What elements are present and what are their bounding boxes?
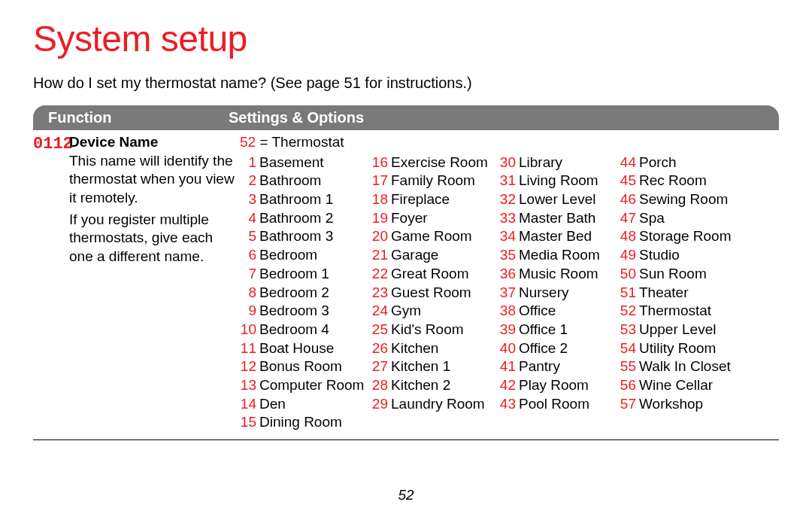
option-name: Laundry Room (391, 395, 485, 414)
header-options: Settings & Options (229, 109, 779, 126)
option-item: 14Den (240, 395, 371, 414)
option-item: 23Guest Room (371, 284, 499, 303)
option-name: Wine Cellar (639, 376, 713, 395)
option-item: 18Fireplace (371, 190, 499, 209)
option-number: 9 (240, 302, 259, 321)
default-option-label: Thermostat (271, 134, 344, 150)
option-item: 12Bonus Room (240, 357, 371, 376)
option-number: 33 (499, 209, 519, 228)
options-subcolumn: 44Porch45Rec Room46Sewing Room47Spa48Sto… (620, 154, 779, 432)
option-name: Spa (639, 209, 665, 228)
option-number: 37 (499, 284, 519, 303)
option-number: 44 (620, 154, 639, 172)
option-number: 11 (240, 339, 259, 358)
option-item: 9Bedroom 3 (240, 302, 371, 321)
option-item: 3Bathroom 1 (240, 190, 371, 209)
option-item: 15Dining Room (240, 413, 371, 432)
option-number: 19 (371, 209, 391, 228)
option-number: 43 (499, 395, 519, 414)
option-item: 54Utility Room (620, 339, 779, 358)
option-number: 14 (240, 395, 259, 414)
option-item: 34Master Bed (499, 227, 620, 246)
option-item: 41Pantry (499, 357, 620, 376)
option-number: 38 (499, 302, 519, 321)
option-name: Pool Room (519, 395, 589, 414)
option-name: Kitchen (391, 339, 438, 358)
option-item: 46Sewing Room (620, 190, 779, 209)
option-name: Theater (639, 284, 688, 303)
option-name: Family Room (391, 172, 475, 190)
option-item: 8Bedroom 2 (240, 284, 371, 303)
option-item: 48Storage Room (620, 227, 779, 246)
option-item: 17Family Room (371, 172, 499, 190)
page-title: System setup (33, 18, 779, 59)
option-name: Utility Room (639, 339, 716, 358)
page-number: 52 (0, 487, 812, 503)
option-name: Game Room (391, 227, 472, 246)
option-item: 24Gym (371, 302, 499, 321)
option-number: 7 (240, 265, 259, 284)
option-number: 41 (499, 357, 519, 376)
option-number: 13 (240, 376, 259, 395)
option-item: 52Thermostat (620, 302, 779, 321)
option-number: 27 (371, 357, 391, 376)
option-item: 28Kitchen 2 (371, 376, 499, 395)
option-number: 45 (620, 172, 639, 190)
option-name: Kitchen 2 (391, 376, 450, 395)
option-item: 55Walk In Closet (620, 357, 779, 376)
option-item: 22Great Room (371, 265, 499, 284)
option-item: 30Library (499, 154, 620, 172)
option-name: Media Room (519, 246, 600, 265)
option-item: 16Exercise Room (371, 154, 499, 172)
option-item: 20Game Room (371, 227, 499, 246)
option-item: 44Porch (620, 154, 779, 172)
option-number: 55 (620, 357, 639, 376)
option-name: Kitchen 1 (391, 357, 450, 376)
option-number: 29 (371, 395, 391, 414)
option-name: Bonus Room (259, 357, 342, 376)
option-number: 4 (240, 209, 259, 228)
option-item: 27Kitchen 1 (371, 357, 499, 376)
option-item: 39Office 1 (499, 321, 620, 339)
option-number: 34 (499, 227, 519, 246)
option-item: 37Nursery (499, 284, 620, 303)
option-item: 49Studio (620, 246, 779, 265)
option-name: Bedroom 2 (259, 284, 329, 303)
option-name: Master Bath (519, 209, 595, 228)
option-number: 56 (620, 376, 639, 395)
function-desc-2: If you register multiple thermostats, gi… (69, 211, 237, 266)
option-number: 20 (371, 227, 391, 246)
option-name: Lower Level (519, 190, 595, 209)
option-item: 31Living Room (499, 172, 620, 190)
option-item: 51Theater (620, 284, 779, 303)
option-name: Office (519, 302, 556, 321)
option-item: 11Boat House (240, 339, 371, 358)
option-name: Bedroom 4 (259, 321, 329, 339)
option-number: 2 (240, 172, 259, 190)
option-number: 21 (371, 246, 391, 265)
options-grid: 1Basement2Bathroom3Bathroom 14Bathroom 2… (240, 154, 779, 432)
option-number: 23 (371, 284, 391, 303)
option-number: 35 (499, 246, 519, 265)
option-number: 57 (620, 395, 639, 414)
option-number: 18 (371, 190, 391, 209)
option-item: 57Workshop (620, 395, 779, 414)
option-item: 6Bedroom (240, 246, 371, 265)
option-number: 31 (499, 172, 519, 190)
option-item: 38Office (499, 302, 620, 321)
option-name: Bedroom 3 (259, 302, 329, 321)
function-desc-1: This name will identify the thermostat w… (69, 153, 235, 205)
option-number: 47 (620, 209, 639, 228)
option-number: 16 (371, 154, 391, 172)
option-number: 53 (620, 321, 639, 339)
option-item: 36Music Room (499, 265, 620, 284)
option-number: 52 (620, 302, 639, 321)
option-number: 3 (240, 190, 259, 209)
option-number: 6 (240, 246, 259, 265)
option-name: Boat House (259, 339, 334, 358)
option-item: 25Kid's Room (371, 321, 499, 339)
options-subcolumn: 16Exercise Room17Family Room18Fireplace1… (371, 154, 499, 432)
function-number: 0112 (33, 133, 69, 432)
options-column: 52 = Thermostat 1Basement2Bathroom3Bathr… (240, 133, 779, 432)
option-item: 53Upper Level (620, 321, 779, 339)
